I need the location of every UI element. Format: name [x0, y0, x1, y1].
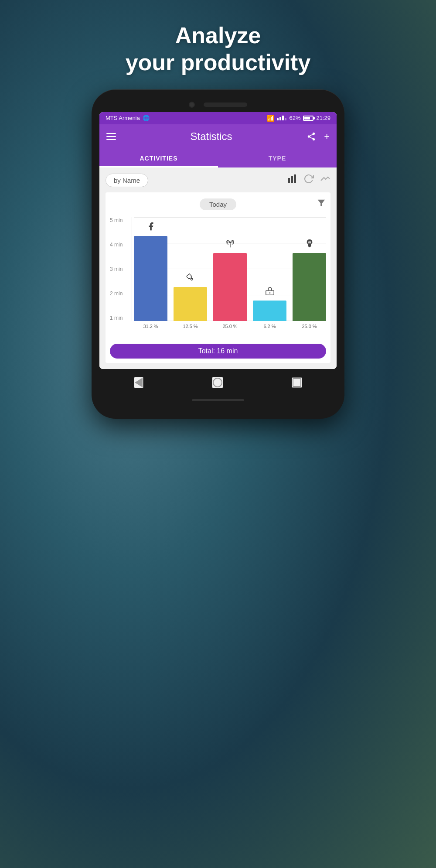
total-wrapper: Total: 16 min	[110, 337, 326, 359]
bar-icon-4: $	[305, 238, 314, 251]
bar-group-4: $ 25.0 %	[293, 238, 326, 321]
bar-icon-1	[186, 272, 195, 285]
filter-icon[interactable]	[317, 198, 326, 210]
bar-icon-2	[225, 238, 235, 251]
bar-pct-2: 25.0 %	[222, 324, 237, 329]
carrier-icon: 🌐	[143, 115, 150, 121]
svg-rect-0	[288, 178, 290, 183]
chart-container: Today 1 min 2 min 3 min	[106, 192, 330, 363]
headline-line1: Analyze	[175, 23, 261, 48]
y-label-1: 1 min	[110, 315, 123, 321]
phone-chin	[99, 392, 337, 407]
page-headline: Analyze your productivity	[126, 22, 311, 76]
period-label[interactable]: Today	[200, 198, 236, 210]
refresh-icon[interactable]	[303, 174, 314, 187]
y-label-5: 5 min	[110, 217, 123, 223]
y-axis-line	[132, 217, 132, 321]
bar-chart: 1 min 2 min 3 min 4 min 5 min	[134, 217, 326, 331]
phone-top-bar	[99, 102, 337, 108]
bar-group-0: 31.2 %	[134, 221, 167, 321]
menu-icon[interactable]	[106, 133, 116, 140]
bar-group-3: 6.2 %	[253, 285, 286, 321]
y-label-2: 2 min	[110, 290, 123, 297]
total-badge: Total: 16 min	[110, 344, 326, 359]
share-button[interactable]	[307, 132, 316, 141]
signal-bars	[277, 116, 286, 120]
bar-pct-0: 31.2 %	[143, 324, 158, 329]
phone-speaker	[204, 103, 247, 107]
bar-3: 6.2 %	[253, 301, 286, 321]
battery-pct: 62%	[289, 115, 300, 121]
filter-bar: by Name	[106, 174, 330, 187]
bottom-nav	[99, 369, 337, 392]
recent-button[interactable]	[292, 377, 302, 388]
by-name-button[interactable]: by Name	[106, 174, 148, 187]
tab-activities[interactable]: ACTIVITIES	[99, 149, 218, 167]
back-button[interactable]	[134, 377, 143, 388]
phone-screen: MTS Armenia 🌐 📶 62% 21:29	[99, 112, 337, 369]
status-carrier: MTS Armenia 🌐	[106, 115, 150, 121]
bar-pct-4: 25.0 %	[302, 324, 317, 329]
tab-bar: ACTIVITIES TYPE	[99, 149, 337, 167]
app-title: Statistics	[191, 130, 232, 143]
bar-icon-0	[146, 221, 156, 234]
chart-type-icons	[287, 174, 330, 187]
status-time: 21:29	[316, 115, 330, 121]
bar-4: 25.0 %	[293, 253, 326, 321]
status-bar: MTS Armenia 🌐 📶 62% 21:29	[99, 112, 337, 124]
headline-line2: your productivity	[126, 50, 311, 75]
bar-icon-3	[265, 285, 275, 299]
bar-pct-1: 12.5 %	[183, 324, 198, 329]
home-button[interactable]	[212, 377, 223, 388]
bar-group-2: 25.0 %	[213, 238, 247, 321]
y-label-4: 4 min	[110, 242, 123, 248]
y-label-3: 3 min	[110, 266, 123, 272]
y-axis: 1 min 2 min 3 min 4 min 5 min	[110, 217, 123, 331]
svg-point-4	[191, 278, 191, 279]
bar-pct-3: 6.2 %	[263, 324, 276, 329]
bar-group-1: 12.5 %	[174, 272, 207, 321]
chart-header: Today	[110, 198, 326, 210]
svg-rect-1	[291, 176, 293, 183]
wifi-icon: 📶	[267, 115, 274, 122]
battery-icon	[303, 116, 313, 121]
line-chart-icon[interactable]	[320, 174, 330, 187]
phone-camera	[189, 102, 195, 108]
bar-0: 31.2 %	[134, 236, 167, 321]
back-icon	[135, 378, 143, 387]
svg-marker-3	[318, 200, 325, 206]
bar-2: 25.0 %	[213, 253, 247, 321]
bar-chart-icon[interactable]	[287, 174, 297, 187]
tab-type[interactable]: TYPE	[218, 149, 337, 167]
phone-shell: MTS Armenia 🌐 📶 62% 21:29	[92, 89, 344, 419]
status-right: 📶 62% 21:29	[267, 115, 330, 122]
svg-rect-2	[294, 174, 296, 183]
app-bar-actions: +	[307, 131, 330, 142]
add-button[interactable]: +	[324, 131, 330, 142]
recent-icon	[293, 378, 301, 387]
home-icon	[213, 378, 222, 387]
app-bar: Statistics +	[99, 124, 337, 149]
svg-point-6	[269, 292, 270, 294]
bars-area: 31.2 % 12.5 % 25.0 % 6.2 %	[134, 217, 326, 331]
content-area: by Name	[99, 167, 337, 369]
bar-1: 12.5 %	[174, 287, 207, 321]
